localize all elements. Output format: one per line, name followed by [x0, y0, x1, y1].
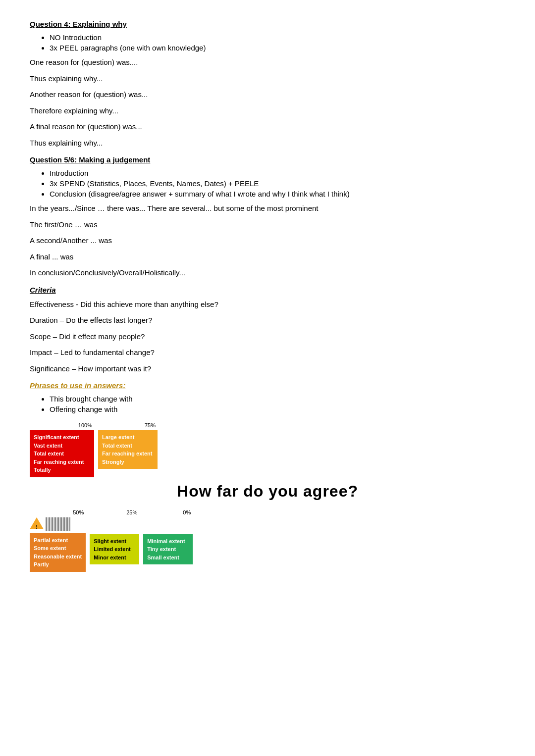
- list-item: Introduction: [50, 169, 505, 177]
- top-chart-100-block: 100% Significant extent Vast extent Tota…: [30, 430, 94, 477]
- bar-text-15: Limited extent: [94, 546, 131, 552]
- bar-text-11: Some extent: [34, 545, 66, 551]
- q4-line-3: Another reason for (question) was...: [30, 89, 505, 101]
- bottom-chart-0-label: 0%: [183, 509, 191, 515]
- top-chart: 100% Significant extent Vast extent Tota…: [30, 420, 505, 477]
- bottom-chart: 50% ! Partial extent Some extent Reasona…: [30, 507, 505, 572]
- bar-text-13: Partly: [34, 561, 49, 567]
- q56-heading: Question 5/6: Making a judgement: [30, 155, 150, 164]
- bar-text-7: Total extent: [102, 443, 132, 449]
- q4-bullets: NO Introduction 3x PEEL paragraphs (one …: [50, 33, 505, 52]
- q4-line-5: A final reason for (question) was...: [30, 121, 505, 133]
- list-item: 3x PEEL paragraphs (one with own knowled…: [50, 44, 505, 52]
- q56-section: Question 5/6: Making a judgement Introdu…: [30, 155, 505, 279]
- list-item: NO Introduction: [50, 33, 505, 42]
- q4-section: Question 4: Explaining why NO Introducti…: [30, 20, 505, 149]
- bar-text-14: Slight extent: [94, 538, 126, 544]
- big-heading: How far do you agree?: [30, 482, 505, 501]
- bottom-chart-25-block: 25% Slight extent Limited extent Minor e…: [90, 517, 139, 565]
- bottom-chart-yellow-bar: Slight extent Limited extent Minor exten…: [90, 534, 139, 565]
- big-heading-section: How far do you agree?: [30, 482, 505, 501]
- bar-text-9: Strongly: [102, 459, 124, 465]
- top-chart-orange-bar: Large extent Total extent Far reaching e…: [98, 430, 158, 469]
- q4-heading: Question 4: Explaining why: [30, 20, 127, 28]
- q56-line-3: A second/Another ... was: [30, 235, 505, 247]
- q4-line-4: Therefore explaining why...: [30, 105, 505, 117]
- bottom-chart-50-block: 50% ! Partial extent Some extent Reasona…: [30, 517, 86, 572]
- striped-rect: [46, 517, 70, 531]
- q56-line-5: In conclusion/Conclusively/Overall/Holis…: [30, 267, 505, 279]
- bar-text-1: Significant extent: [34, 434, 79, 440]
- phrases-section: Phrases to use in answers: This brought …: [30, 381, 505, 413]
- bar-text-3: Total extent: [34, 451, 64, 456]
- bar-text-12: Reasonable extent: [34, 554, 82, 559]
- bar-text-16: Minor extent: [94, 554, 126, 560]
- top-chart-red-bar: Significant extent Vast extent Total ext…: [30, 430, 94, 477]
- phrases-bullets: This brought change with Offering change…: [50, 395, 505, 413]
- bar-text-8: Far reaching extent: [102, 451, 152, 456]
- bar-text-19: Small extent: [147, 554, 179, 560]
- q4-line-6: Thus explaining why...: [30, 138, 505, 149]
- criteria-section: Criteria Effectiveness - Did this achiev…: [30, 286, 505, 375]
- bar-text-4: Far reaching extent: [34, 459, 84, 465]
- phrases-heading: Phrases to use in answers:: [30, 381, 125, 390]
- bar-text-5: Totally: [34, 467, 51, 473]
- bottom-chart-25-label: 25%: [126, 509, 137, 515]
- top-chart-75-label: 75%: [145, 422, 156, 428]
- q4-line-1: One reason for (question) was....: [30, 57, 505, 68]
- bottom-chart-orange-bar: Partial extent Some extent Reasonable ex…: [30, 533, 86, 572]
- top-chart-section: 100% Significant extent Vast extent Tota…: [30, 420, 505, 477]
- criteria-line-4: Impact – Led to fundamental change?: [30, 347, 505, 358]
- q56-line-4: A final ... was: [30, 252, 505, 263]
- criteria-heading: Criteria: [30, 286, 56, 294]
- warning-exclamation: !: [36, 524, 38, 530]
- bottom-chart-50-label: 50%: [73, 509, 84, 515]
- q4-line-2: Thus explaining why...: [30, 73, 505, 85]
- bottom-chart-green-bar: Minimal extent Tiny extent Small extent: [143, 534, 193, 565]
- q56-line-1: In the years.../Since … there was... The…: [30, 203, 505, 214]
- q56-bullets: Introduction 3x SPEND (Statistics, Place…: [50, 169, 505, 198]
- top-chart-100-label: 100%: [78, 422, 92, 428]
- criteria-line-5: Significance – How important was it?: [30, 363, 505, 375]
- list-item: 3x SPEND (Statistics, Places, Events, Na…: [50, 179, 505, 188]
- q56-line-2: The first/One … was: [30, 219, 505, 231]
- bar-text-17: Minimal extent: [147, 538, 185, 544]
- bottom-chart-section: 50% ! Partial extent Some extent Reasona…: [30, 507, 505, 572]
- criteria-line-3: Scope – Did it effect many people?: [30, 331, 505, 343]
- bar-text-18: Tiny extent: [147, 546, 176, 552]
- bar-text-6: Large extent: [102, 434, 134, 440]
- criteria-line-1: Effectiveness - Did this achieve more th…: [30, 299, 505, 310]
- criteria-line-2: Duration – Do the effects last longer?: [30, 315, 505, 326]
- list-item: This brought change with: [50, 395, 505, 403]
- list-item: Conclusion (disagree/agree answer + summ…: [50, 190, 505, 198]
- bar-text-2: Vast extent: [34, 443, 62, 449]
- list-item: Offering change with: [50, 405, 505, 413]
- bar-text-10: Partial extent: [34, 537, 68, 543]
- top-chart-75-block: 75% Large extent Total extent Far reachi…: [98, 430, 158, 469]
- bottom-chart-0-block: 0% Minimal extent Tiny extent Small exte…: [143, 517, 193, 565]
